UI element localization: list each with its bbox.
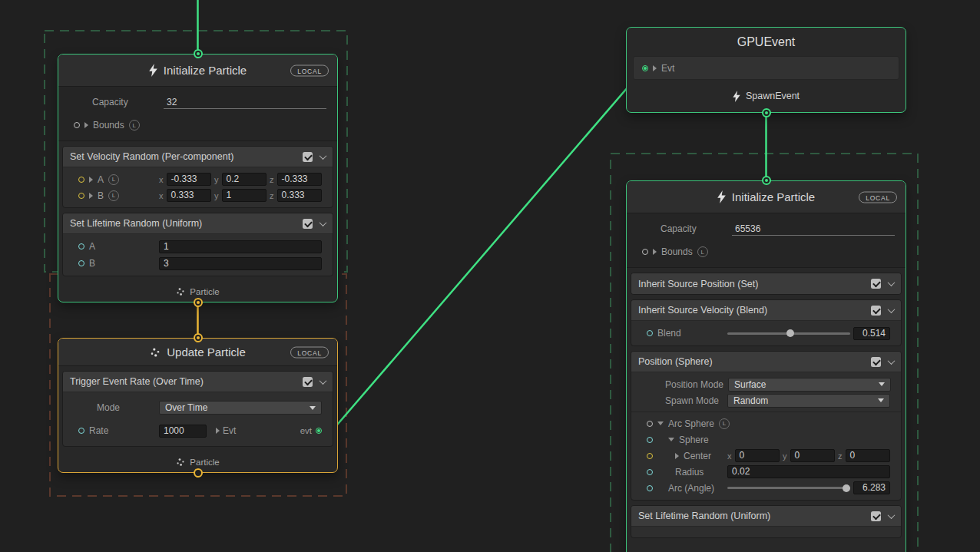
checkbox-checked-icon[interactable] bbox=[303, 152, 313, 162]
blend-slider[interactable] bbox=[727, 332, 850, 335]
position-mode-dropdown[interactable]: Surface bbox=[728, 378, 891, 392]
lifetime-row-b: B 3 bbox=[63, 255, 333, 272]
expander-right-icon[interactable] bbox=[216, 428, 220, 434]
lightning-icon bbox=[717, 190, 726, 203]
node-header[interactable]: GPUEvent bbox=[627, 28, 906, 56]
node-update-particle[interactable]: Update Particle LOCAL Trigger Event Rate… bbox=[58, 338, 338, 473]
z-field[interactable]: 0.333 bbox=[277, 189, 323, 202]
local-scope-icon: L bbox=[108, 174, 119, 185]
vector3-port[interactable] bbox=[78, 177, 84, 183]
expander-down-icon[interactable] bbox=[668, 438, 674, 441]
x-field[interactable]: 0 bbox=[735, 449, 780, 462]
float-port[interactable] bbox=[78, 243, 84, 250]
spawn-mode-dropdown[interactable]: Random bbox=[727, 394, 890, 408]
block-header[interactable]: Set Velocity Random (Per-component) bbox=[63, 147, 333, 167]
arc-angle-value-field[interactable]: 6.283 bbox=[853, 481, 890, 494]
particle-flow-output-port[interactable] bbox=[194, 298, 203, 307]
float-port[interactable] bbox=[78, 428, 84, 434]
mode-dropdown[interactable]: Over Time bbox=[159, 401, 322, 415]
chevron-down-icon[interactable] bbox=[319, 219, 327, 226]
z-field[interactable]: 0 bbox=[846, 449, 891, 462]
x-field[interactable]: -0.333 bbox=[167, 173, 212, 186]
blend-value-field[interactable]: 0.514 bbox=[853, 327, 890, 340]
checkbox-checked-icon[interactable] bbox=[303, 219, 313, 229]
block-inherit-source-position: Inherit Source Position (Set) bbox=[631, 273, 902, 295]
slider-knob[interactable] bbox=[786, 329, 794, 337]
arc-angle-label: Arc (Angle) bbox=[668, 483, 714, 494]
slider-knob[interactable] bbox=[843, 484, 850, 492]
checkbox-checked-icon[interactable] bbox=[871, 306, 881, 316]
vector3-fields: x 0 y 0 z 0 bbox=[727, 449, 890, 462]
checkbox-checked-icon[interactable] bbox=[871, 511, 881, 521]
block-header[interactable]: Set Lifetime Random (Uniform) bbox=[63, 213, 333, 234]
expander-down-icon[interactable] bbox=[657, 421, 664, 425]
capacity-field[interactable]: 65536 bbox=[732, 222, 895, 236]
expander-right-icon[interactable] bbox=[84, 122, 88, 128]
capacity-field[interactable]: 32 bbox=[164, 95, 326, 109]
axis-x-label: x bbox=[159, 175, 164, 184]
vector3-port[interactable] bbox=[78, 193, 84, 199]
evt-input-port[interactable] bbox=[642, 65, 648, 71]
checkbox-checked-icon[interactable] bbox=[871, 279, 881, 289]
evt-output-group: evt bbox=[300, 426, 322, 435]
particle-flow-input-port[interactable] bbox=[194, 333, 203, 342]
evt-input-row[interactable]: Evt bbox=[633, 56, 899, 80]
spawn-flow-output-port[interactable] bbox=[762, 108, 771, 117]
checkbox-checked-icon[interactable] bbox=[303, 377, 313, 387]
block-header[interactable]: Position (Sphere) bbox=[631, 352, 901, 372]
block-header[interactable]: Trigger Event Rate (Over Time) bbox=[63, 372, 333, 392]
flow-input-port[interactable] bbox=[762, 176, 771, 185]
value-field[interactable]: 3 bbox=[159, 257, 322, 270]
block-header[interactable]: Inherit Source Position (Set) bbox=[631, 273, 901, 294]
chevron-down-icon[interactable] bbox=[319, 152, 327, 160]
edge-evt-to-gpuevent[interactable] bbox=[329, 71, 642, 435]
z-field[interactable]: -0.333 bbox=[277, 173, 323, 186]
arc-sphere-port[interactable] bbox=[647, 421, 653, 427]
evt-output-port[interactable] bbox=[316, 428, 322, 434]
node-header[interactable]: Initialize Particle LOCAL bbox=[58, 55, 337, 87]
dropdown-caret-icon bbox=[878, 398, 884, 402]
bounds-port[interactable] bbox=[74, 122, 80, 128]
rate-field[interactable]: 1000 bbox=[159, 425, 207, 438]
float-port[interactable] bbox=[647, 330, 653, 336]
float-port[interactable] bbox=[647, 485, 653, 491]
y-field[interactable]: 1 bbox=[222, 189, 267, 202]
node-gpu-event[interactable]: GPUEvent Evt SpawnEvent bbox=[626, 27, 906, 113]
particle-flow-output-port[interactable] bbox=[194, 468, 203, 478]
x-field[interactable]: 0.333 bbox=[167, 189, 212, 202]
bounds-port[interactable] bbox=[642, 249, 648, 255]
expander-right-icon[interactable] bbox=[653, 65, 657, 71]
axis-z-label: z bbox=[838, 451, 843, 461]
chevron-down-icon[interactable] bbox=[888, 357, 896, 365]
checkbox-checked-icon[interactable] bbox=[871, 357, 881, 367]
y-field[interactable]: 0.2 bbox=[222, 173, 267, 186]
node-initialize-particle-left[interactable]: Initialize Particle LOCAL Capacity 32 Bo… bbox=[58, 54, 338, 302]
node-header[interactable]: Update Particle LOCAL bbox=[58, 339, 337, 366]
arc-angle-slider[interactable] bbox=[727, 487, 850, 489]
y-field[interactable]: 0 bbox=[790, 449, 836, 462]
vfx-graph-canvas[interactable]: Initialize Particle LOCAL Capacity 32 Bo… bbox=[0, 0, 980, 552]
flow-input-port[interactable] bbox=[194, 49, 203, 58]
chevron-down-icon[interactable] bbox=[888, 279, 896, 286]
chevron-down-icon[interactable] bbox=[888, 306, 896, 313]
node-header[interactable]: Initialize Particle LOCAL bbox=[627, 181, 906, 213]
value-field[interactable]: 1 bbox=[159, 240, 322, 253]
vector3-port[interactable] bbox=[647, 453, 653, 459]
chevron-down-icon[interactable] bbox=[888, 511, 896, 519]
expander-right-icon[interactable] bbox=[89, 177, 93, 183]
expander-right-icon[interactable] bbox=[89, 193, 93, 199]
sphere-port[interactable] bbox=[647, 437, 653, 443]
block-header[interactable]: Inherit Source Velocity (Blend) bbox=[631, 300, 901, 321]
capacity-label: Capacity bbox=[92, 97, 128, 107]
position-mode-row: Position Mode Surface bbox=[631, 376, 901, 392]
float-port[interactable] bbox=[647, 469, 653, 475]
node-initialize-particle-right[interactable]: Initialize Particle LOCAL Capacity 65536… bbox=[626, 180, 906, 552]
radius-field[interactable]: 0.02 bbox=[727, 465, 890, 478]
expander-right-icon[interactable] bbox=[675, 453, 679, 459]
expander-right-icon[interactable] bbox=[653, 249, 657, 255]
float-port[interactable] bbox=[78, 260, 84, 266]
block-header[interactable]: Set Lifetime Random (Uniform) bbox=[631, 506, 901, 527]
rate-row: Rate 1000 Evt evt bbox=[63, 419, 333, 442]
chevron-down-icon[interactable] bbox=[319, 377, 327, 385]
sphere-row: Sphere bbox=[631, 431, 901, 448]
